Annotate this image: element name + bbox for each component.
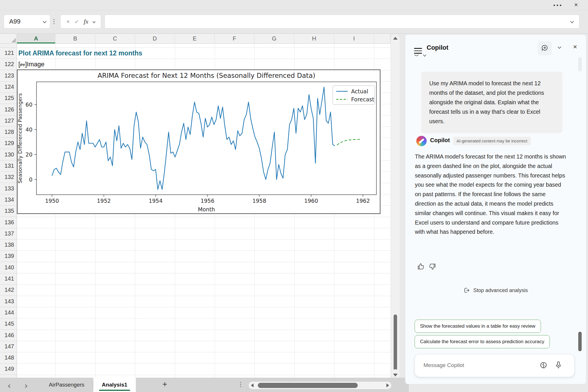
row-header-138[interactable]: 138 <box>0 239 17 251</box>
sheet-grid[interactable]: Plot ARIMA forecast for next 12 months [… <box>17 44 390 378</box>
row-header-121[interactable]: 121 <box>0 47 17 59</box>
row-header-136[interactable]: 136 <box>0 217 17 228</box>
row-header-145[interactable]: 145 <box>0 318 17 330</box>
scroll-left-icon[interactable] <box>251 383 254 387</box>
svg-text:1960: 1960 <box>304 198 318 204</box>
svg-text:1958: 1958 <box>252 198 266 204</box>
scroll-right-icon[interactable] <box>386 383 389 387</box>
sheet-tab-analysis1[interactable]: Analysis1 <box>93 378 136 392</box>
formula-input[interactable] <box>105 15 579 28</box>
svg-text:20: 20 <box>26 151 32 158</box>
scroll-down-icon[interactable] <box>391 369 400 379</box>
scrollbar-options-icon[interactable] <box>240 381 241 388</box>
gridline <box>17 352 390 352</box>
row-header-135[interactable]: 135 <box>0 205 17 217</box>
row-header-126[interactable]: 126 <box>0 104 17 115</box>
chevron-down-icon[interactable] <box>92 20 95 23</box>
scroll-up-icon[interactable] <box>393 37 398 40</box>
formula-action-box: × ✓ fx <box>60 15 101 28</box>
insert-function-button[interactable]: fx <box>84 18 88 25</box>
cell-a122[interactable]: [PY]Image <box>18 59 45 70</box>
svg-text:Actual: Actual <box>351 88 368 94</box>
column-header-partial[interactable] <box>374 34 390 43</box>
row-header-146[interactable]: 146 <box>0 330 17 341</box>
row-header-134[interactable]: 134 <box>0 194 17 206</box>
row-header-123[interactable]: 123 <box>0 70 17 82</box>
row-header-140[interactable]: 140 <box>0 262 17 273</box>
select-all-corner[interactable] <box>0 34 17 43</box>
row-header-143[interactable]: 143 <box>0 296 17 307</box>
window-close-icon[interactable]: × <box>574 0 578 10</box>
next-sheet-icon[interactable] <box>24 383 27 389</box>
horizontal-scrollbar[interactable] <box>249 382 391 389</box>
row-header-144[interactable]: 144 <box>0 307 17 318</box>
row-header-127[interactable]: 127 <box>0 115 17 127</box>
vertical-scrollbar[interactable] <box>391 34 400 373</box>
add-sheet-button[interactable]: + <box>158 378 171 392</box>
svg-text:60: 60 <box>26 101 32 108</box>
svg-text:1962: 1962 <box>356 198 370 204</box>
svg-text:40: 40 <box>26 126 32 133</box>
row-header-141[interactable]: 141 <box>0 273 17 285</box>
row-header-129[interactable]: 129 <box>0 138 17 149</box>
row-header-130[interactable]: 130 <box>0 149 17 161</box>
row-header-148[interactable]: 148 <box>0 352 17 364</box>
row-header-120[interactable]: 120 <box>0 44 17 48</box>
thumbs-up-icon[interactable] <box>417 262 425 271</box>
gridline <box>17 273 390 273</box>
vertical-scrollbar-thumb[interactable] <box>394 314 397 371</box>
horizontal-scrollbar-thumb[interactable] <box>258 383 358 388</box>
row-header-147[interactable]: 147 <box>0 341 17 352</box>
suggestion-chip-2[interactable]: Calculate the forecast error to assess p… <box>415 335 550 348</box>
prev-sheet-icon[interactable] <box>9 383 11 389</box>
column-header-f[interactable]: F <box>215 34 254 43</box>
cancel-entry-icon[interactable]: × <box>66 18 70 25</box>
svg-text:1950: 1950 <box>45 198 59 204</box>
cell-a121[interactable]: Plot ARIMA forecast for next 12 months <box>18 47 142 59</box>
row-header-137[interactable]: 137 <box>0 228 17 240</box>
formula-bar-separator-icon <box>53 18 55 25</box>
name-box[interactable]: A99 <box>4 15 50 28</box>
column-header-i[interactable]: I <box>334 34 374 43</box>
row-header-133[interactable]: 133 <box>0 183 17 194</box>
row-header-139[interactable]: 139 <box>0 250 17 262</box>
column-header-c[interactable]: C <box>95 34 135 43</box>
message-copilot-input[interactable] <box>423 359 518 372</box>
suggestion-chip-1[interactable]: Show the forecasted values in a table fo… <box>415 320 541 333</box>
column-header-h[interactable]: H <box>294 34 334 43</box>
copilot-message-box[interactable] <box>415 354 575 377</box>
row-header-125[interactable]: 125 <box>0 92 17 104</box>
close-pane-icon[interactable]: × <box>573 43 577 51</box>
gridline <box>17 239 390 240</box>
response-author: Copilot <box>430 137 450 144</box>
sheet-tab-airpassengers[interactable]: AirPassengers <box>40 378 93 392</box>
column-header-g[interactable]: G <box>254 34 294 43</box>
column-header-d[interactable]: D <box>135 34 175 43</box>
row-header-149[interactable]: 149 <box>0 363 17 375</box>
row-header-122[interactable]: 122 <box>0 59 17 70</box>
chat-scrollbar-track[interactable] <box>578 57 582 72</box>
new-chat-button[interactable] <box>537 41 552 55</box>
svg-text:ARIMA Forecast for Next 12 Mon: ARIMA Forecast for Next 12 Months (Seaso… <box>98 72 315 79</box>
row-header-124[interactable]: 124 <box>0 81 17 93</box>
row-header-142[interactable]: 142 <box>0 284 17 296</box>
chevron-down-icon[interactable] <box>43 20 47 23</box>
sheet-tab-strip: AirPassengersAnalysis1 + <box>0 378 409 392</box>
thumbs-down-icon[interactable] <box>428 262 436 271</box>
chat-scrollbar-thumb[interactable] <box>578 332 582 351</box>
column-header-e[interactable]: E <box>175 34 215 43</box>
advanced-analysis-icon[interactable] <box>539 361 548 371</box>
confirm-entry-icon[interactable]: ✓ <box>74 18 79 25</box>
row-header-131[interactable]: 131 <box>0 160 17 172</box>
microphone-icon[interactable] <box>554 361 563 370</box>
column-header-a[interactable]: A <box>17 34 55 43</box>
gridline <box>17 307 390 307</box>
column-header-b[interactable]: B <box>55 34 95 43</box>
collapse-pane-icon[interactable] <box>558 45 561 49</box>
row-header-132[interactable]: 132 <box>0 171 17 183</box>
arima-forecast-chart-image[interactable]: ARIMA Forecast for Next 12 Months (Seaso… <box>17 69 380 214</box>
stop-advanced-analysis-button[interactable]: Stop advanced analysis <box>463 287 528 294</box>
more-options-icon[interactable] <box>554 0 561 10</box>
svg-text:Month: Month <box>198 206 215 213</box>
row-header-128[interactable]: 128 <box>0 126 17 138</box>
